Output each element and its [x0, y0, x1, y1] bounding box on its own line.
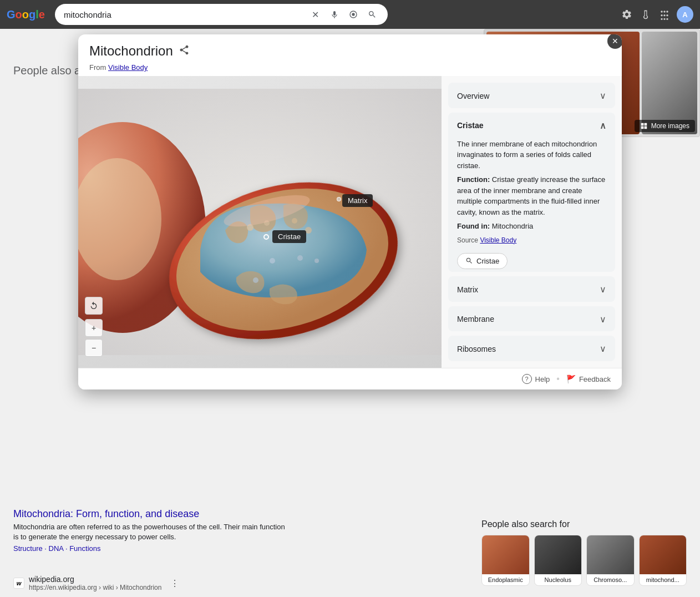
- help-icon: ?: [522, 374, 532, 384]
- overview-chevron: ∨: [600, 90, 606, 101]
- search-icon[interactable]: [366, 8, 379, 21]
- cristae-section: Cristae ∧ The inner membrane of each mit…: [448, 113, 615, 272]
- membrane-chevron: ∨: [600, 314, 606, 325]
- matrix-label: Matrix: [457, 285, 478, 294]
- svg-point-15: [270, 258, 275, 264]
- search-bar[interactable]: ✕: [55, 4, 388, 25]
- share-button[interactable]: [179, 44, 190, 58]
- membrane-label: Membrane: [457, 315, 494, 323]
- modal-footer: ? Help • 🚩 Feedback: [78, 368, 622, 389]
- cristae-search-label: Cristae: [476, 257, 499, 265]
- feedback-icon: 🚩: [566, 375, 576, 383]
- settings-icon[interactable]: [620, 8, 633, 21]
- cristae-source: Source Visible Body: [457, 235, 606, 245]
- svg-point-16: [297, 255, 303, 261]
- help-link[interactable]: ? Help: [522, 374, 550, 384]
- help-label: Help: [535, 375, 550, 383]
- search-input[interactable]: [64, 10, 305, 19]
- cristae-tooltip[interactable]: Cristae: [272, 230, 306, 243]
- cristae-found-in: Found in: Mitochondria: [457, 221, 606, 232]
- modal-source: From Visible Body: [78, 63, 622, 76]
- cristae-search-button[interactable]: Cristae: [457, 253, 508, 269]
- info-panel: Overview ∨ Cristae ∧ The inner membrane …: [442, 76, 622, 368]
- matrix-header[interactable]: Matrix ∨: [448, 276, 615, 302]
- overview-label: Overview: [457, 92, 489, 100]
- svg-point-1: [352, 13, 354, 16]
- zoom-out-button[interactable]: −: [85, 339, 103, 357]
- cristae-dot: [263, 234, 269, 240]
- overview-section: Overview ∨: [448, 83, 615, 108]
- modal-title: Mitochondrion: [89, 43, 173, 59]
- clear-icon[interactable]: ✕: [309, 8, 322, 21]
- rotate-button[interactable]: [85, 297, 103, 315]
- ribosomes-label: Ribosomes: [457, 345, 496, 353]
- svg-point-13: [292, 218, 297, 224]
- feedback-link[interactable]: 🚩 Feedback: [566, 375, 611, 383]
- ribosomes-header[interactable]: Ribosomes ∨: [448, 336, 615, 361]
- cristae-content: The inner membrane of each mitochondrion…: [448, 139, 615, 272]
- zoom-in-button[interactable]: +: [85, 319, 103, 337]
- knowledge-panel-modal: ✕ Mitochondrion From Visible Body: [78, 34, 622, 389]
- ribosomes-chevron: ∨: [600, 343, 606, 354]
- google-logo: Google: [7, 8, 45, 21]
- apps-icon[interactable]: [658, 8, 671, 21]
- close-button[interactable]: ✕: [607, 34, 622, 49]
- svg-point-18: [253, 277, 258, 283]
- matrix-section: Matrix ∨: [448, 276, 615, 302]
- modal-header: Mitochondrion: [78, 34, 622, 63]
- 3d-viewer[interactable]: Cristae Matrix + −: [78, 76, 442, 368]
- membrane-header[interactable]: Membrane ∨: [448, 306, 615, 332]
- cristae-source-link[interactable]: Visible Body: [480, 236, 516, 244]
- footer-separator: •: [556, 374, 560, 384]
- overview-header[interactable]: Overview ∨: [448, 83, 615, 108]
- viewer-controls: + −: [85, 297, 103, 357]
- labs-icon[interactable]: [639, 8, 652, 21]
- svg-point-17: [315, 259, 319, 263]
- feedback-label: Feedback: [579, 375, 611, 383]
- mitochondria-3d: [78, 76, 442, 368]
- matrix-dot: [337, 197, 341, 201]
- lens-icon[interactable]: [347, 8, 360, 21]
- browser-right-icons: A: [620, 6, 693, 23]
- cristae-chevron: ∧: [600, 120, 606, 131]
- cristae-label: Cristae: [457, 121, 483, 130]
- browser-chrome: Google ✕ A: [0, 0, 700, 29]
- page-bg: See more → Feedback People also ask ⋮ Mo…: [0, 29, 700, 597]
- modal-body: Cristae Matrix + −: [78, 76, 622, 368]
- matrix-tooltip[interactable]: Matrix: [342, 194, 373, 207]
- matrix-chevron: ∨: [600, 284, 606, 295]
- cristae-header[interactable]: Cristae ∧: [448, 113, 615, 139]
- ribosomes-section: Ribosomes ∨: [448, 336, 615, 361]
- membrane-section: Membrane ∨: [448, 306, 615, 332]
- cristae-description: The inner membrane of each mitochondrion…: [457, 139, 606, 171]
- source-link[interactable]: Visible Body: [108, 63, 148, 72]
- avatar[interactable]: A: [677, 6, 693, 23]
- cristae-function: Function: Cristae greatly increase the s…: [457, 174, 606, 217]
- voice-search-icon[interactable]: [328, 8, 341, 21]
- modal-overlay: ✕ Mitochondrion From Visible Body: [0, 29, 700, 597]
